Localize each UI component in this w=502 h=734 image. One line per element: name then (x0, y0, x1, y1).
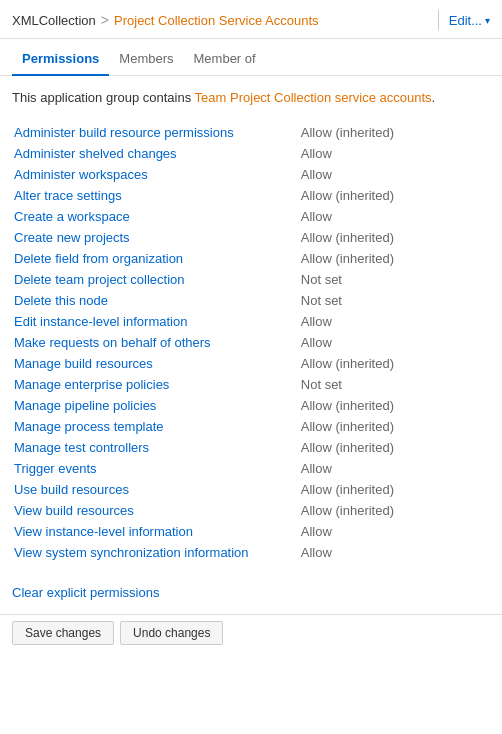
permission-name[interactable]: Administer workspaces (12, 164, 299, 185)
edit-label: Edit... (449, 13, 482, 28)
permission-value: Allow (inherited) (299, 248, 490, 269)
table-row: Edit instance-level informationAllow (12, 311, 490, 332)
permission-name[interactable]: View instance-level information (12, 521, 299, 542)
permission-name[interactable]: Trigger events (12, 458, 299, 479)
edit-button[interactable]: Edit... ▾ (449, 13, 490, 28)
table-row: Delete field from organizationAllow (inh… (12, 248, 490, 269)
permission-name[interactable]: Manage test controllers (12, 437, 299, 458)
permission-value: Allow (299, 521, 490, 542)
permission-name[interactable]: Manage enterprise policies (12, 374, 299, 395)
permission-name[interactable]: Use build resources (12, 479, 299, 500)
tab-member-of[interactable]: Member of (184, 45, 266, 76)
description-prefix: This application group contains (12, 90, 195, 105)
table-row: View system synchronization informationA… (12, 542, 490, 563)
chevron-down-icon: ▾ (485, 15, 490, 26)
permission-name[interactable]: Administer shelved changes (12, 143, 299, 164)
permission-value: Allow (299, 542, 490, 563)
breadcrumb: XMLCollection > Project Collection Servi… (12, 12, 428, 28)
table-row: Manage build resourcesAllow (inherited) (12, 353, 490, 374)
permission-value: Allow (inherited) (299, 122, 490, 143)
permission-value: Allow (inherited) (299, 437, 490, 458)
tab-permissions[interactable]: Permissions (12, 45, 109, 76)
table-row: Make requests on behalf of othersAllow (12, 332, 490, 353)
header: XMLCollection > Project Collection Servi… (0, 0, 502, 39)
table-row: Manage process templateAllow (inherited) (12, 416, 490, 437)
permission-name[interactable]: Edit instance-level information (12, 311, 299, 332)
table-row: Manage enterprise policiesNot set (12, 374, 490, 395)
permission-value: Allow (299, 311, 490, 332)
permissions-table: Administer build resource permissionsAll… (12, 122, 490, 563)
bottom-bar: Save changesUndo changes (0, 614, 502, 651)
permission-name[interactable]: View system synchronization information (12, 542, 299, 563)
permission-name[interactable]: Alter trace settings (12, 185, 299, 206)
permission-value: Allow (inherited) (299, 395, 490, 416)
breadcrumb-collection: XMLCollection (12, 13, 96, 28)
permission-name[interactable]: Delete this node (12, 290, 299, 311)
permission-value: Allow (inherited) (299, 479, 490, 500)
permission-name[interactable]: Manage build resources (12, 353, 299, 374)
permission-name[interactable]: Manage pipeline policies (12, 395, 299, 416)
permission-value: Allow (299, 458, 490, 479)
breadcrumb-current: Project Collection Service Accounts (114, 13, 318, 28)
permission-value: Allow (inherited) (299, 227, 490, 248)
permission-value: Not set (299, 290, 490, 311)
table-row: Administer build resource permissionsAll… (12, 122, 490, 143)
table-row: Delete team project collectionNot set (12, 269, 490, 290)
permission-name[interactable]: Create new projects (12, 227, 299, 248)
content-area: This application group contains Team Pro… (0, 76, 502, 575)
header-divider (438, 10, 439, 30)
permission-name[interactable]: Manage process template (12, 416, 299, 437)
description-suffix: . (432, 90, 436, 105)
footer: Clear explicit permissions (0, 575, 502, 610)
table-row: Manage pipeline policiesAllow (inherited… (12, 395, 490, 416)
table-row: Manage test controllersAllow (inherited) (12, 437, 490, 458)
permission-name[interactable]: Delete team project collection (12, 269, 299, 290)
table-row: View instance-level informationAllow (12, 521, 490, 542)
permission-value: Allow (inherited) (299, 416, 490, 437)
permission-name[interactable]: Make requests on behalf of others (12, 332, 299, 353)
permission-name[interactable]: View build resources (12, 500, 299, 521)
table-row: Delete this nodeNot set (12, 290, 490, 311)
table-row: Administer shelved changesAllow (12, 143, 490, 164)
permission-value: Allow (299, 332, 490, 353)
table-row: Trigger eventsAllow (12, 458, 490, 479)
permission-value: Allow (299, 206, 490, 227)
breadcrumb-sep: > (101, 12, 109, 28)
table-row: Create a workspaceAllow (12, 206, 490, 227)
table-row: Use build resourcesAllow (inherited) (12, 479, 490, 500)
permission-value: Allow (inherited) (299, 353, 490, 374)
table-row: Create new projectsAllow (inherited) (12, 227, 490, 248)
bottom-button-0[interactable]: Save changes (12, 621, 114, 645)
tabs-bar: PermissionsMembersMember of (0, 39, 502, 76)
table-row: Alter trace settingsAllow (inherited) (12, 185, 490, 206)
description: This application group contains Team Pro… (12, 88, 490, 108)
bottom-button-1[interactable]: Undo changes (120, 621, 223, 645)
permission-value: Allow (inherited) (299, 185, 490, 206)
permission-name[interactable]: Administer build resource permissions (12, 122, 299, 143)
table-row: Administer workspacesAllow (12, 164, 490, 185)
permission-name[interactable]: Delete field from organization (12, 248, 299, 269)
permission-value: Not set (299, 269, 490, 290)
permission-value: Allow (299, 143, 490, 164)
tab-members[interactable]: Members (109, 45, 183, 76)
permission-value: Not set (299, 374, 490, 395)
clear-permissions-link[interactable]: Clear explicit permissions (12, 585, 159, 600)
permission-value: Allow (inherited) (299, 500, 490, 521)
table-row: View build resourcesAllow (inherited) (12, 500, 490, 521)
permission-value: Allow (299, 164, 490, 185)
description-highlight: Team Project Collection service accounts (195, 90, 432, 105)
permission-name[interactable]: Create a workspace (12, 206, 299, 227)
